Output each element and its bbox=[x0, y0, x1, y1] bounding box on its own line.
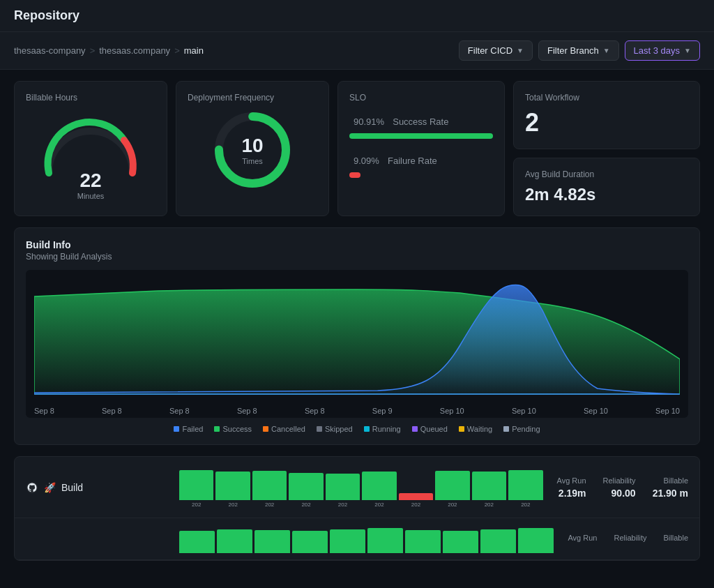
bar-7 bbox=[399, 493, 433, 500]
total-workflow-card: Total Workflow 2 bbox=[513, 81, 700, 149]
bar-5 bbox=[326, 474, 360, 500]
success-dot bbox=[214, 426, 220, 432]
page-title: Repository bbox=[14, 8, 700, 23]
legend-waiting: Waiting bbox=[459, 425, 492, 433]
bar2-3 bbox=[255, 530, 290, 553]
top-bar: Repository bbox=[0, 0, 714, 32]
slo-success-percent: 90.91% Success Rate bbox=[349, 111, 493, 129]
slo-success-row: 90.91% Success Rate bbox=[349, 111, 493, 139]
breadcrumb-row: thesaas-company > thesaas.company > main… bbox=[0, 32, 714, 70]
avg-build-duration-card: Avg Build Duration 2m 4.82s bbox=[513, 158, 700, 216]
deployment-frequency-title: Deployment Frequency bbox=[188, 93, 317, 103]
waiting-dot bbox=[459, 426, 464, 432]
failed-dot bbox=[174, 426, 179, 432]
build-stats-1: Avg Run 2.19m Reliability 90.00 Billable… bbox=[557, 476, 688, 499]
build-stats-2: Avg Run Reliability Billable bbox=[568, 534, 688, 545]
bar2-9 bbox=[480, 529, 516, 553]
breadcrumb: thesaas-company > thesaas.company > main bbox=[14, 45, 204, 56]
gauge-svg bbox=[35, 114, 146, 176]
area-chart-svg bbox=[34, 276, 680, 401]
build-info-title: Build Info bbox=[26, 239, 688, 250]
pending-dot bbox=[503, 426, 509, 432]
chevron-down-icon: ▼ bbox=[603, 47, 610, 54]
chart-area: Sep 8 Sep 8 Sep 8 Sep 8 Sep 8 Sep 9 Sep … bbox=[26, 270, 688, 418]
slo-success-bar bbox=[349, 133, 493, 139]
billable-hours-title: Billable Hours bbox=[26, 93, 155, 103]
bar-4 bbox=[289, 473, 323, 500]
bar-2 bbox=[215, 472, 250, 500]
legend-pending: Pending bbox=[503, 425, 540, 433]
bar2-5 bbox=[330, 529, 365, 553]
chevron-down-icon: ▼ bbox=[684, 47, 691, 54]
deployment-frequency-card: Deployment Frequency 10 Times bbox=[176, 81, 329, 216]
total-workflow-title: Total Workflow bbox=[525, 93, 688, 103]
slo-failure-percent: 9.09% Failure Rate bbox=[349, 150, 493, 168]
reliability-col-2: Reliability bbox=[614, 534, 646, 545]
deployment-unit: Times bbox=[241, 157, 263, 165]
billable-col: Billable 21.90 m bbox=[653, 476, 688, 499]
build-bars-2 bbox=[179, 525, 554, 553]
gauge-container: 22 Minutes bbox=[26, 108, 155, 200]
build-title[interactable]: Build bbox=[61, 482, 83, 493]
bar2-7 bbox=[405, 530, 441, 553]
legend-queued: Queued bbox=[412, 425, 448, 433]
bar-8 bbox=[435, 471, 469, 500]
bar-3 bbox=[252, 471, 287, 500]
right-stack: Total Workflow 2 Avg Build Duration 2m 4… bbox=[513, 81, 700, 216]
bar2-1 bbox=[179, 531, 215, 553]
metrics-row: Billable Hours 22 Minutes Deployment Fre… bbox=[14, 81, 700, 216]
legend-cancelled: Cancelled bbox=[263, 425, 305, 433]
avg-build-duration-title: Avg Build Duration bbox=[525, 169, 688, 179]
filter-time-button[interactable]: Last 3 days ▼ bbox=[625, 40, 700, 61]
donut-container: 10 Times bbox=[188, 108, 317, 192]
build-bar-chart: 202 202 202 202 202 202 202 202 202 202 bbox=[179, 467, 543, 508]
bar-1 bbox=[179, 470, 213, 500]
billable-col-2: Billable bbox=[664, 534, 688, 545]
x-axis-labels: Sep 8 Sep 8 Sep 8 Sep 8 Sep 8 Sep 9 Sep … bbox=[34, 407, 680, 415]
queued-dot bbox=[412, 426, 418, 432]
breadcrumb-org[interactable]: thesaas-company bbox=[14, 45, 86, 56]
bar-6 bbox=[362, 472, 396, 500]
build-info-subtitle: Showing Build Analysis bbox=[26, 252, 688, 262]
bar-labels: 202 202 202 202 202 202 202 202 202 202 bbox=[179, 502, 543, 508]
build-info-card: Build Info Showing Build Analysis bbox=[14, 227, 700, 445]
avg-run-col-2: Avg Run bbox=[568, 534, 597, 545]
billable-hours-unit: Minutes bbox=[77, 192, 105, 200]
skipped-dot bbox=[317, 426, 322, 432]
filter-branch-button[interactable]: Filter Branch ▼ bbox=[538, 40, 619, 61]
bar-10 bbox=[508, 470, 542, 500]
legend-running: Running bbox=[364, 425, 401, 433]
bar-9 bbox=[472, 472, 506, 500]
filter-group: Filter CICD ▼ Filter Branch ▼ Last 3 day… bbox=[459, 40, 700, 61]
filter-cicd-button[interactable]: Filter CICD ▼ bbox=[459, 40, 533, 61]
breadcrumb-branch[interactable]: main bbox=[184, 45, 204, 56]
build-bars bbox=[179, 467, 543, 500]
bar2-8 bbox=[443, 531, 478, 553]
legend-failed: Failed bbox=[174, 425, 203, 433]
build-row-2: Avg Run Reliability Billable bbox=[15, 518, 699, 560]
breadcrumb-sep2: > bbox=[174, 45, 180, 56]
legend-skipped: Skipped bbox=[317, 425, 353, 433]
bar2-10 bbox=[518, 528, 554, 552]
deployment-value: 10 bbox=[241, 135, 263, 157]
build-name-1: 🚀 Build bbox=[26, 481, 179, 494]
avg-build-duration-value: 2m 4.82s bbox=[525, 185, 688, 204]
bar2-2 bbox=[217, 529, 252, 553]
build-list-card: 🚀 Build 202 bbox=[14, 456, 700, 561]
donut-center: 10 Times bbox=[241, 135, 263, 165]
cancelled-dot bbox=[263, 426, 268, 432]
running-dot bbox=[364, 426, 370, 432]
billable-hours-card: Billable Hours 22 Minutes bbox=[14, 81, 167, 216]
bar2-4 bbox=[292, 531, 328, 552]
chart-legend: Failed Success Cancelled Skipped Running… bbox=[26, 425, 688, 433]
slo-failure-row: 9.09% Failure Rate bbox=[349, 150, 493, 178]
main-content: Billable Hours 22 Minutes Deployment Fre… bbox=[0, 70, 714, 572]
legend-success: Success bbox=[214, 425, 252, 433]
bar2-6 bbox=[367, 528, 403, 552]
github-icon bbox=[26, 481, 38, 494]
breadcrumb-sep1: > bbox=[90, 45, 96, 56]
chevron-down-icon: ▼ bbox=[517, 47, 524, 54]
breadcrumb-repo[interactable]: thesaas.company bbox=[99, 45, 170, 56]
slo-failure-bar bbox=[349, 172, 360, 178]
avg-run-col: Avg Run 2.19m bbox=[557, 476, 586, 499]
